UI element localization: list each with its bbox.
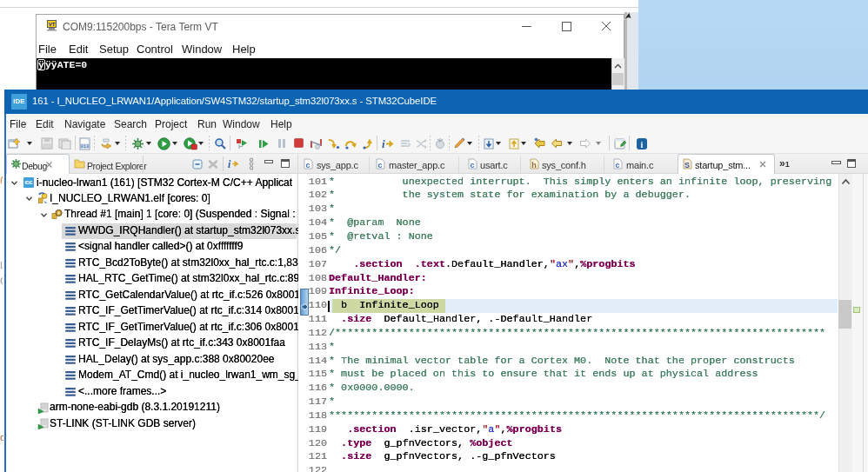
svg-text:VT: VT (49, 22, 56, 27)
svg-text:i: i (382, 137, 385, 150)
svg-text:010: 010 (81, 143, 90, 150)
svg-text:h: h (531, 161, 537, 170)
svg-text:c: c (305, 161, 310, 170)
svg-text:c: c (615, 161, 619, 170)
svg-text:c: c (470, 161, 474, 170)
svg-text:S: S (684, 161, 690, 170)
svg-text:i: i (228, 158, 231, 170)
svg-text:i: i (641, 140, 644, 150)
svg-text:c: c (377, 161, 382, 170)
